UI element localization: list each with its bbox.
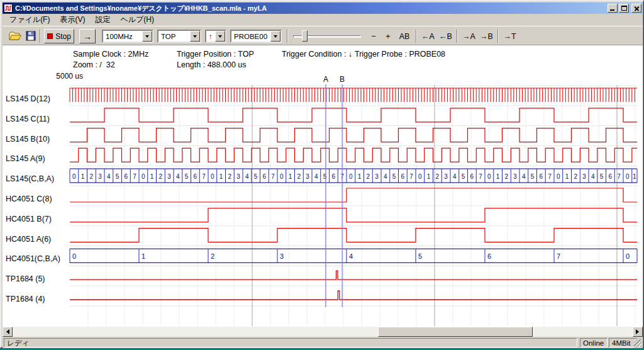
- goto-b-button[interactable]: ←B: [437, 30, 454, 42]
- dropdown-arrow-icon[interactable]: [270, 31, 280, 42]
- channel-row: LS145 B(10): [6, 128, 637, 144]
- svg-text:5: 5: [254, 173, 258, 180]
- channel-label: HC4051 C(8): [6, 195, 52, 203]
- cursor-b[interactable]: B: [340, 75, 345, 307]
- app-window: C:¥Documents and Settings¥noname¥デスクトップ¥…: [0, 0, 644, 348]
- svg-text:7: 7: [479, 173, 482, 180]
- svg-text:7: 7: [548, 173, 552, 180]
- svg-text:5: 5: [462, 173, 465, 180]
- svg-text:0: 0: [557, 173, 560, 180]
- svg-text:0: 0: [626, 173, 630, 180]
- sample-rate-value: 100MHz: [103, 31, 142, 42]
- svg-text:1: 1: [633, 173, 636, 180]
- svg-text:3: 3: [236, 173, 240, 180]
- app-icon: [4, 4, 13, 13]
- resize-grip[interactable]: [634, 339, 642, 347]
- scroll-right-icon: [636, 329, 641, 334]
- maximize-icon: [621, 6, 627, 11]
- menu-file[interactable]: ファイル(F): [4, 13, 55, 26]
- svg-text:3: 3: [582, 173, 586, 180]
- menu-settings[interactable]: 設定: [90, 13, 115, 26]
- channel-label: TP1684 (5): [6, 274, 45, 283]
- svg-text:6: 6: [470, 173, 474, 180]
- dropdown-arrow-icon[interactable]: [190, 31, 200, 42]
- waveform-display[interactable]: LS145 D(12)LS145 C(11)LS145 B(10)LS145 A…: [3, 45, 643, 327]
- trigger-position-value: TOP: [158, 31, 190, 42]
- svg-text:2: 2: [297, 173, 301, 180]
- svg-text:0: 0: [280, 173, 284, 180]
- minimize-button[interactable]: [608, 4, 618, 13]
- svg-text:3: 3: [306, 173, 309, 180]
- svg-text:2: 2: [367, 173, 370, 180]
- zoom-slider-thumb[interactable]: [302, 30, 308, 42]
- svg-text:5: 5: [531, 173, 535, 180]
- titlebar[interactable]: C:¥Documents and Settings¥noname¥デスクトップ¥…: [3, 3, 643, 14]
- trigger-position-select[interactable]: TOP: [157, 30, 201, 43]
- run-button[interactable]: →: [79, 29, 96, 43]
- stop-button[interactable]: Stop: [44, 29, 74, 43]
- svg-text:5: 5: [323, 173, 327, 180]
- goto-a-button[interactable]: ←A: [419, 30, 436, 42]
- digital-waveform: [70, 188, 637, 202]
- svg-text:5: 5: [418, 252, 422, 260]
- forward-b-button[interactable]: →B: [478, 30, 495, 42]
- menu-view[interactable]: 表示(V): [55, 13, 90, 26]
- svg-text:6: 6: [263, 173, 267, 180]
- svg-text:7: 7: [133, 173, 136, 180]
- channel-row: HC4051 B(7): [6, 208, 637, 223]
- channel-row: LS145 D(12): [6, 88, 637, 103]
- svg-text:7: 7: [202, 173, 206, 180]
- svg-text:1: 1: [219, 173, 223, 180]
- svg-text:0: 0: [349, 173, 353, 180]
- channel-row: TP1684 (4): [6, 291, 637, 303]
- channel-label: LS145 B(10): [6, 135, 50, 144]
- floppy-disk-icon: [26, 31, 36, 41]
- goto-trigger-button[interactable]: →T: [501, 30, 518, 42]
- open-folder-icon: [9, 31, 21, 41]
- svg-text:1: 1: [142, 252, 145, 260]
- svg-text:3: 3: [444, 173, 448, 180]
- svg-text:2: 2: [436, 173, 440, 180]
- sample-rate-select[interactable]: 100MHz: [102, 30, 153, 43]
- window-title: C:¥Documents and Settings¥noname¥デスクトップ¥…: [15, 4, 606, 13]
- channel-label: LS145(C,B,A): [6, 174, 54, 183]
- horizontal-scrollbar[interactable]: [3, 327, 643, 337]
- channel-label: HC4051 B(7): [6, 215, 52, 223]
- svg-text:6: 6: [487, 252, 491, 260]
- scroll-left-button[interactable]: [3, 327, 13, 337]
- channel-row: TP1684 (5): [6, 271, 637, 283]
- toolbar-separator: [40, 29, 41, 43]
- trigger-edge-select[interactable]: ↑: [205, 30, 226, 43]
- channel-row: LS145 C(11): [6, 108, 637, 123]
- scrollbar-thumb[interactable]: [378, 327, 533, 337]
- zoom-out-button[interactable]: −: [367, 30, 380, 42]
- menu-help[interactable]: ヘルプ(H): [115, 13, 159, 26]
- run-arrow-icon: →: [83, 31, 92, 42]
- zoom-slider[interactable]: [293, 26, 361, 46]
- forward-a-button[interactable]: →A: [460, 30, 477, 42]
- dropdown-arrow-icon[interactable]: [142, 31, 152, 42]
- cursor-a[interactable]: A: [323, 75, 328, 307]
- svg-text:5: 5: [392, 173, 396, 180]
- ab-cursor-button[interactable]: AB: [396, 30, 413, 42]
- channel-row: HC4051 A(6): [6, 229, 637, 244]
- save-file-button[interactable]: [23, 28, 38, 43]
- maximize-button[interactable]: [619, 4, 629, 13]
- open-file-button[interactable]: [8, 28, 23, 43]
- channel-row: HC4051 C(8): [6, 188, 637, 203]
- svg-text:6: 6: [194, 173, 197, 180]
- svg-text:2: 2: [159, 173, 163, 180]
- trigger-probe-select[interactable]: PROBE00: [230, 30, 282, 43]
- svg-text:7: 7: [409, 173, 413, 180]
- svg-text:7: 7: [617, 173, 621, 180]
- toolbar-separator: [497, 29, 499, 43]
- scroll-right-button[interactable]: [633, 327, 643, 337]
- svg-text:5: 5: [600, 173, 604, 180]
- zoom-in-button[interactable]: +: [382, 30, 394, 42]
- channel-label: LS145 C(11): [6, 115, 50, 123]
- close-button[interactable]: [631, 4, 641, 13]
- dropdown-arrow-icon[interactable]: [215, 31, 225, 42]
- channel-label: HC4051(C,B,A): [6, 254, 60, 263]
- svg-text:4: 4: [591, 173, 595, 180]
- grid: [70, 85, 637, 326]
